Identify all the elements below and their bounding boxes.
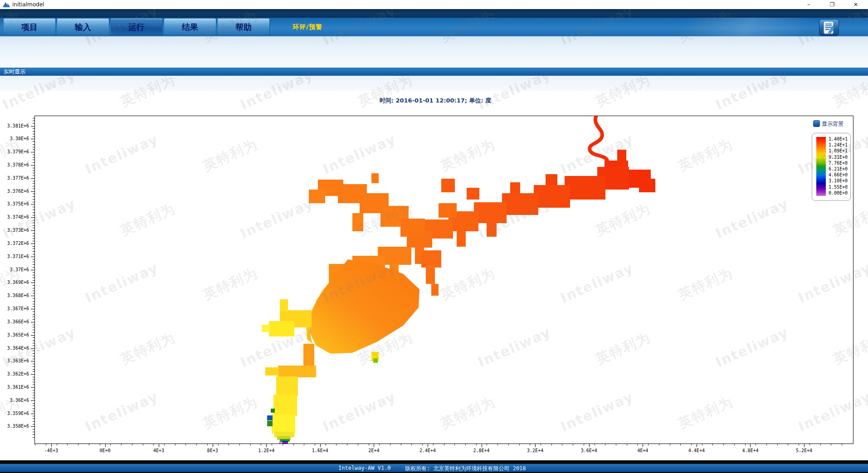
x-minor-tick bbox=[831, 444, 831, 445]
tab-3[interactable]: 运行 bbox=[111, 19, 162, 36]
x-major-tick bbox=[213, 444, 213, 447]
y-minor-tick bbox=[33, 377, 34, 377]
x-major-tick bbox=[589, 444, 590, 447]
y-minor-tick bbox=[33, 176, 34, 176]
y-minor-tick bbox=[33, 312, 34, 312]
x-minor-tick bbox=[401, 444, 401, 445]
x-minor-tick bbox=[799, 444, 799, 445]
colorbar-value-label: 3.10E+0 bbox=[829, 178, 849, 183]
maximize-button[interactable]: ❐ bbox=[823, 0, 842, 9]
y-minor-tick bbox=[33, 225, 34, 226]
y-major-tick bbox=[31, 426, 34, 427]
y-minor-tick bbox=[33, 121, 34, 121]
tab-env-warning[interactable]: 环评/预警 bbox=[293, 23, 322, 31]
x-minor-tick bbox=[777, 444, 778, 445]
x-minor-tick bbox=[304, 444, 304, 445]
y-minor-tick bbox=[33, 346, 34, 346]
x-minor-tick bbox=[229, 444, 229, 445]
y-tick-label: 3.375E+6 bbox=[1, 201, 29, 206]
tab-4[interactable]: 结果 bbox=[164, 19, 216, 36]
x-minor-tick bbox=[35, 444, 35, 445]
tab-2[interactable]: 输入 bbox=[57, 19, 109, 36]
x-minor-tick bbox=[766, 444, 767, 445]
y-minor-tick bbox=[33, 434, 34, 435]
y-minor-tick bbox=[33, 147, 34, 147]
document-edit-icon[interactable] bbox=[819, 19, 839, 36]
x-minor-tick bbox=[283, 444, 283, 445]
realtime-section-header: 实时显示 bbox=[0, 68, 868, 76]
x-minor-tick bbox=[110, 444, 111, 445]
x-tick-label: 4E+3 bbox=[145, 448, 172, 453]
y-minor-tick bbox=[33, 411, 34, 411]
y-minor-tick bbox=[33, 364, 34, 364]
x-minor-tick bbox=[185, 444, 186, 445]
x-major-tick bbox=[105, 444, 106, 447]
x-minor-tick bbox=[562, 444, 562, 445]
x-minor-tick bbox=[670, 444, 670, 445]
y-minor-tick bbox=[33, 285, 34, 286]
y-minor-tick bbox=[33, 306, 34, 307]
y-major-tick bbox=[31, 309, 34, 309]
y-minor-tick bbox=[33, 254, 34, 254]
x-minor-tick bbox=[78, 444, 78, 445]
x-minor-tick bbox=[411, 444, 412, 445]
x-minor-tick bbox=[842, 444, 842, 445]
y-tick-label: 3.361E+6 bbox=[1, 385, 29, 390]
x-tick-label: 1.6E+4 bbox=[307, 448, 334, 453]
x-minor-tick bbox=[143, 444, 143, 445]
y-minor-tick bbox=[33, 215, 34, 215]
y-major-tick bbox=[31, 335, 34, 336]
show-background-checkbox[interactable] bbox=[813, 120, 820, 127]
y-minor-tick bbox=[33, 157, 34, 158]
x-major-tick bbox=[266, 444, 267, 447]
show-background-label: 显示背景 bbox=[822, 120, 844, 128]
colorbar-value-label: 1.55E+0 bbox=[829, 185, 849, 190]
x-minor-tick bbox=[433, 444, 434, 445]
app-version: Intelway-AW V1.0 bbox=[338, 465, 391, 471]
app-window: initialmodel – ❐ ✕ 项目输入运行结果帮助 环评/预警 运行模型… bbox=[0, 0, 868, 473]
y-minor-tick bbox=[33, 325, 34, 325]
x-tick-label: 4.4E+4 bbox=[683, 448, 710, 453]
x-minor-tick bbox=[648, 444, 649, 445]
x-minor-tick bbox=[207, 444, 208, 445]
colorbar-legend: 1.40E+11.24E+11.09E+19.31E+07.76E+06.21E… bbox=[812, 133, 851, 201]
y-major-tick bbox=[31, 178, 34, 179]
y-tick-label: 3.364E+6 bbox=[1, 346, 29, 351]
y-tick-label: 3.359E+6 bbox=[1, 411, 29, 416]
y-major-tick bbox=[31, 296, 34, 296]
x-minor-tick bbox=[57, 444, 57, 445]
y-minor-tick bbox=[33, 301, 34, 302]
x-minor-tick bbox=[100, 444, 100, 445]
x-minor-tick bbox=[369, 444, 369, 445]
y-minor-tick bbox=[33, 238, 34, 239]
y-minor-tick bbox=[33, 264, 34, 265]
x-minor-tick bbox=[616, 444, 616, 445]
minimize-button[interactable]: – bbox=[799, 0, 818, 9]
y-minor-tick bbox=[33, 233, 34, 234]
copyright-text: 版权所有: 北京英特利为环境科技有限公司 2018 bbox=[405, 465, 526, 473]
y-minor-tick bbox=[33, 419, 34, 419]
y-minor-tick bbox=[33, 210, 34, 210]
x-minor-tick bbox=[444, 444, 444, 445]
x-minor-tick bbox=[121, 444, 122, 445]
x-minor-tick bbox=[347, 444, 347, 445]
y-major-tick bbox=[31, 230, 34, 231]
close-button[interactable]: ✕ bbox=[846, 0, 865, 9]
x-minor-tick bbox=[659, 444, 659, 445]
colorbar-value-label: 7.76E+0 bbox=[829, 161, 849, 166]
x-tick-label: 8E+3 bbox=[199, 448, 226, 453]
y-tick-label: 3.372E+6 bbox=[1, 241, 29, 246]
tab-1[interactable]: 项目 bbox=[4, 19, 55, 36]
y-minor-tick bbox=[33, 228, 34, 228]
tab-5[interactable]: 帮助 bbox=[218, 19, 269, 36]
y-minor-tick bbox=[33, 337, 34, 338]
y-minor-tick bbox=[33, 291, 34, 291]
y-tick-label: 3.369E+6 bbox=[1, 280, 29, 285]
x-minor-tick bbox=[595, 444, 595, 445]
y-minor-tick bbox=[33, 123, 34, 124]
y-minor-tick bbox=[33, 429, 34, 429]
y-minor-tick bbox=[33, 432, 34, 432]
y-major-tick bbox=[31, 257, 34, 257]
colorbar-value-label: 4.66E+0 bbox=[829, 172, 849, 177]
y-minor-tick bbox=[33, 314, 34, 315]
